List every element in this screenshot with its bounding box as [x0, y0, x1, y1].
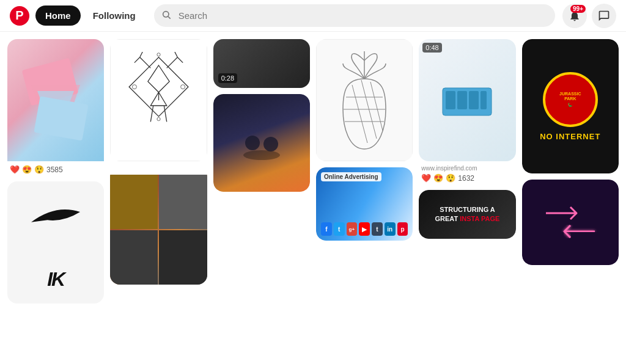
svg-marker-4: [129, 57, 188, 117]
header-right: 99+: [562, 4, 616, 28]
svg-line-1: [168, 16, 171, 19]
header: P Home Following 99+: [0, 0, 626, 32]
pin-reactions-blue-box: ❤️ 😍 😲 1632: [421, 173, 513, 183]
svg-point-15: [157, 117, 160, 120]
pin-footer-blue-box: www.inspirefind.com ❤️ 😍 😲 1632: [419, 161, 515, 184]
svg-marker-5: [148, 65, 169, 92]
pinterest-social-icon: p: [397, 222, 408, 236]
pin-card-online-ad[interactable]: Online Advertising f t g+ ▶ t in p: [316, 167, 413, 241]
search-input[interactable]: [154, 4, 555, 27]
svg-line-17: [150, 106, 153, 122]
messages-button[interactable]: [592, 4, 616, 28]
video-time-badge: 0:28: [218, 73, 237, 83]
search-icon: [161, 10, 171, 22]
pinterest-logo[interactable]: P: [10, 6, 29, 26]
svg-point-14: [181, 84, 185, 89]
svg-point-0: [163, 11, 168, 16]
pin-image-pineapple: [316, 39, 413, 161]
reaction-love: 😍: [22, 165, 32, 174]
pins-grid: ❤️ 😍 😲 3585 IK: [7, 39, 619, 304]
google-icon: g+: [347, 222, 358, 236]
svg-rect-30: [446, 91, 455, 109]
reaction-count: 3585: [46, 166, 63, 174]
reaction-wow-2: 😲: [446, 173, 455, 183]
svg-line-18: [164, 106, 166, 122]
pin-card-neon-arrows[interactable]: [522, 180, 619, 265]
pin-image-no-internet: JURASSICPARK 🦕 NO INTERNET: [522, 39, 619, 173]
pin-image-kyrie: IK: [7, 255, 104, 304]
svg-marker-2: [31, 85, 80, 122]
pin-card-video-small[interactable]: 0:28: [213, 39, 310, 88]
pin-footer-horsemen: [110, 167, 207, 175]
video-badge-box: 0:48: [422, 43, 441, 53]
pin-reactions: ❤️ 😍 😲 3585: [10, 165, 101, 174]
reaction-count-2: 1632: [458, 174, 474, 183]
reaction-heart: ❤️: [10, 165, 20, 174]
reaction-love-2: 😍: [433, 173, 443, 183]
pin-card[interactable]: ❤️ 😍 😲 3585: [7, 39, 104, 175]
pin-card-structuring[interactable]: STRUCTURING AGREAT INSTA PAGE: [419, 190, 515, 239]
pin-image-neon-arrows: [522, 180, 619, 265]
pin-card-no-internet[interactable]: JURASSICPARK 🦕 NO INTERNET: [522, 39, 619, 173]
pin-card-blue-box[interactable]: 0:48 www.inspirefind.com ❤️ 😍 😲 1632: [419, 39, 515, 184]
svg-point-22: [263, 137, 278, 151]
linkedin-icon: in: [385, 222, 396, 236]
svg-rect-31: [457, 91, 467, 109]
svg-point-12: [157, 53, 160, 56]
main-content: ❤️ 😍 😲 3585 IK: [0, 32, 626, 364]
pin-footer: ❤️ 😍 😲 3585: [7, 161, 104, 175]
home-nav-button[interactable]: Home: [35, 5, 81, 26]
reaction-heart-2: ❤️: [421, 173, 431, 183]
svg-line-6: [140, 57, 151, 68]
svg-line-7: [134, 57, 140, 63]
svg-rect-33: [481, 91, 487, 109]
search-bar: [154, 4, 555, 27]
youtube-icon: ▶: [359, 222, 370, 236]
no-internet-logo: JURASSICPARK 🦕: [543, 72, 598, 127]
notification-badge: 99+: [570, 5, 586, 13]
pin-card-pineapple[interactable]: [316, 39, 413, 161]
pin-image-basketball: [213, 94, 310, 192]
pin-card-deer[interactable]: [110, 39, 207, 161]
svg-point-13: [132, 84, 136, 89]
pin-image-online-ad: Online Advertising f t g+ ▶ t in p: [316, 167, 413, 241]
svg-marker-3: [37, 91, 74, 115]
svg-line-10: [177, 57, 183, 63]
svg-rect-32: [469, 91, 479, 109]
svg-point-21: [245, 136, 260, 150]
logo-text: P: [15, 9, 23, 23]
pin-card-nike[interactable]: IK: [7, 181, 104, 304]
pin-image-structuring: STRUCTURING AGREAT INSTA PAGE: [419, 190, 515, 239]
pin-card-basketball[interactable]: [213, 94, 310, 192]
notifications-button[interactable]: 99+: [562, 4, 587, 28]
svg-point-20: [243, 150, 280, 160]
svg-line-8: [140, 52, 142, 57]
pin-subtitle: www.inspirefind.com: [421, 165, 513, 172]
pin-image-deer: [110, 39, 207, 161]
facebook-icon: f: [321, 222, 332, 236]
pin-image-nike: [7, 181, 104, 255]
online-ad-badge: Online Advertising: [321, 172, 381, 181]
twitter-icon: t: [334, 222, 345, 236]
pin-card-horsemen[interactable]: [110, 167, 207, 285]
pin-image-envelope: [7, 39, 104, 161]
reaction-wow: 😲: [34, 165, 44, 174]
pin-image-horsemen: [110, 175, 207, 285]
no-internet-text: NO INTERNET: [540, 132, 600, 141]
pin-image-blue-box: [419, 39, 515, 161]
svg-line-11: [175, 52, 177, 57]
following-nav-button[interactable]: Following: [83, 5, 145, 26]
svg-line-9: [167, 57, 178, 68]
structuring-title: STRUCTURING AGREAT INSTA PAGE: [435, 205, 500, 224]
tumblr-icon: t: [372, 222, 383, 236]
